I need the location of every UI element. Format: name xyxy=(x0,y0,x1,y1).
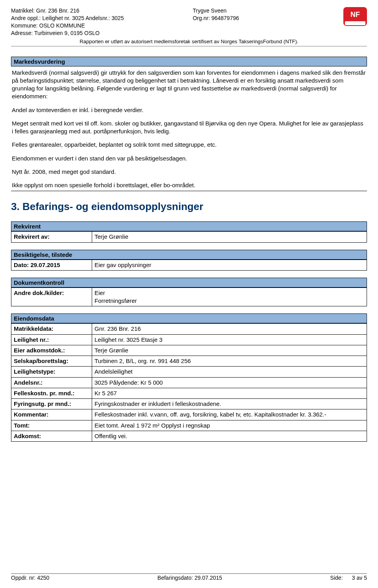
mv-p3: Meget sentralt med kort vei til off. kom… xyxy=(12,120,366,136)
rekvirent-table: Rekvirert av: Terje Grønlie xyxy=(11,231,367,242)
table-row: Tomt:Eiet tomt. Areal 1 972 m² Opplyst i… xyxy=(11,420,367,431)
header-left: Matrikkel: Gnr. 236 Bnr. 216 Andre oppl.… xyxy=(11,7,124,37)
eiendom-value: Gnr. 236 Bnr. 216 xyxy=(92,324,367,334)
table-row: Selskap/borettslag:Turbinen 2, B/L, org.… xyxy=(11,356,367,367)
table-row: Felleskostn. pr. mnd.:Kr 5 267 xyxy=(11,388,367,398)
nf-logo: MEDLEM xyxy=(343,7,367,26)
eiendom-value: Andelsleilighet xyxy=(92,367,367,377)
eiendom-value: Eiet tomt. Areal 1 972 m² Opplyst i regn… xyxy=(92,420,367,431)
eiendom-label: Leilighetstype: xyxy=(11,367,92,377)
divider xyxy=(11,46,367,46)
eiendomsdata-table: Matrikkeldata:Gnr. 236 Bnr. 216Leilighet… xyxy=(11,323,367,442)
header-mid: Trygve Sveen Org.nr: 964879796 xyxy=(193,7,239,22)
mv-p6: Nytt år. 2008, med meget god standard. xyxy=(12,168,366,176)
eiendom-label: Tomt: xyxy=(11,420,92,431)
footer-befaring: Befaringsdato: 29.07.2015 xyxy=(158,575,222,581)
eiendom-value: Turbinen 2, B/L, org. nr. 991 448 256 xyxy=(92,356,367,367)
mv-p4: Felles grøntarealer, opparbeidet, beplan… xyxy=(12,141,366,149)
table-row: Matrikkeldata:Gnr. 236 Bnr. 216 xyxy=(11,324,367,334)
org-nr: Org.nr: 964879796 xyxy=(193,15,239,22)
footer-oppdr: Oppdr. nr: 4250 xyxy=(11,575,49,581)
eiendom-value: Fyringskostnader er inkludert i fellesko… xyxy=(92,399,367,409)
rekvirent-label: Rekvirert av: xyxy=(11,232,92,242)
eiendom-value: Felleskostnader inkl. v.vann, off. avg, … xyxy=(92,409,367,420)
logo-text: MEDLEM xyxy=(346,22,364,26)
table-row: Fyringsutg. pr mnd.:Fyringskostnader er … xyxy=(11,399,367,409)
eiendom-value: 3025 Pålydende: Kr 5 000 xyxy=(92,377,367,388)
besiktigelse-label: Dato: 29.07.2015 xyxy=(11,260,92,270)
table-row: Leilighet nr.:Leilighet nr. 3025 Etasje … xyxy=(11,334,367,345)
section-3-title: 3. Befarings- og eiendomsopplysninger xyxy=(11,201,367,213)
section-markedsvurdering: Markedsvurdering xyxy=(11,57,367,66)
besiktigelse-value: Eier gav opplysninger xyxy=(92,260,367,270)
eiendom-label: Selskap/borettslag: xyxy=(11,356,92,367)
table-row: Adkomst:Offentlig vei. xyxy=(11,431,367,441)
eiendom-value: Leilighet nr. 3025 Etasje 3 xyxy=(92,334,367,345)
matrikkel-line: Matrikkel: Gnr. 236 Bnr. 216 xyxy=(11,7,124,15)
table-row: Leilighetstype:Andelsleilighet xyxy=(11,367,367,377)
mv-p2: Andel av tomteverdien er inkl. i beregne… xyxy=(12,106,366,114)
section-eiendomsdata: Eiendomsdata xyxy=(11,313,367,323)
section-dokumentkontroll: Dokumentkontroll xyxy=(11,278,367,288)
markedsvurdering-body: Markedsverdi (normal salgsverdi) gir utt… xyxy=(11,66,367,192)
eiendom-label: Eier adkomstdok.: xyxy=(11,345,92,356)
eiendom-label: Kommentar: xyxy=(11,409,92,420)
eiendom-label: Fyringsutg. pr mnd.: xyxy=(11,399,92,409)
table-row: Kommentar:Felleskostnader inkl. v.vann, … xyxy=(11,409,367,420)
dokumentkontroll-value: Eier Forretningsfører xyxy=(92,288,367,306)
section-rekvirent: Rekvirent xyxy=(11,221,367,231)
rekvirent-value: Terje Grønlie xyxy=(92,232,367,242)
dokumentkontroll-table: Andre dok./kilder: Eier Forretningsfører xyxy=(11,288,367,307)
person-name: Trygve Sveen xyxy=(193,7,239,15)
footer-divider xyxy=(11,573,367,574)
besiktigelse-table: Dato: 29.07.2015 Eier gav opplysninger xyxy=(11,260,367,271)
eiendom-label: Adkomst: xyxy=(11,431,92,441)
mv-p1: Markedsverdi (normal salgsverdi) gir utt… xyxy=(12,69,366,101)
eiendom-label: Andelsnr.: xyxy=(11,377,92,388)
header-right: MEDLEM xyxy=(343,7,367,26)
eiendom-value: Offentlig vei. xyxy=(92,431,367,441)
mv-p7: Ikke opplyst om noen spesielle forhold i… xyxy=(12,181,366,189)
table-row: Eier adkomstdok.:Terje Grønlie xyxy=(11,345,367,356)
eiendom-label: Felleskostn. pr. mnd.: xyxy=(11,388,92,398)
table-row: Andelsnr.:3025 Pålydende: Kr 5 000 xyxy=(11,377,367,388)
dokumentkontroll-label: Andre dok./kilder: xyxy=(11,288,92,306)
table-row: Dato: 29.07.2015 Eier gav opplysninger xyxy=(11,260,367,270)
mv-p5: Eiendommen er vurdert i den stand den va… xyxy=(12,155,366,162)
andre-oppl-line: Andre oppl.: Leilighet nr. 3025 Andelsnr… xyxy=(11,15,124,22)
document-header: Matrikkel: Gnr. 236 Bnr. 216 Andre oppl.… xyxy=(11,7,367,37)
sub-header: Rapporten er utført av autorisert medlem… xyxy=(11,39,367,44)
eiendom-value: Kr 5 267 xyxy=(92,388,367,398)
table-row: Andre dok./kilder: Eier Forretningsfører xyxy=(11,288,367,306)
section-besiktigelse: Besiktigelse, tilstede xyxy=(11,250,367,260)
kommune-line: Kommune: OSLO KOMMUNE xyxy=(11,22,124,29)
eiendom-label: Matrikkeldata: xyxy=(11,324,92,334)
eiendom-value: Terje Grønlie xyxy=(92,345,367,356)
table-row: Rekvirert av: Terje Grønlie xyxy=(11,232,367,242)
eiendom-label: Leilighet nr.: xyxy=(11,334,92,345)
adresse-line: Adresse: Turbinveien 9, 0195 OSLO xyxy=(11,29,124,37)
footer-row: Oppdr. nr: 4250 Befaringsdato: 29.07.201… xyxy=(11,575,367,581)
footer-side: Side: 3 av 5 xyxy=(330,575,367,581)
footer: Oppdr. nr: 4250 Befaringsdato: 29.07.201… xyxy=(11,573,367,581)
